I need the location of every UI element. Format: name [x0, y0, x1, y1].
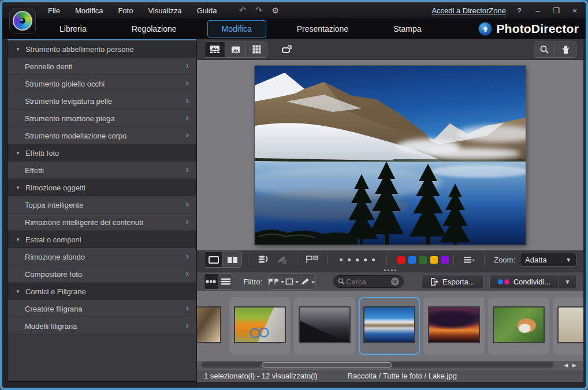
sidebar-tool-strumento-modellazione-corpo[interactable]: Strumento modellazione corpo› [8, 127, 196, 144]
menu-file[interactable]: File [40, 4, 68, 17]
zoom-level-dropdown[interactable]: Adatta ▼ [520, 253, 576, 267]
scrollbar-thumb[interactable] [262, 362, 392, 367]
sidebar-label: Cornici e Filigrane [25, 287, 86, 296]
redo-icon[interactable]: ↷ [251, 5, 267, 16]
filter-flags-dropdown[interactable] [269, 274, 285, 289]
thumbnail-card-lake[interactable] [359, 297, 420, 355]
export-button[interactable]: Esporta... [421, 274, 483, 289]
photo-lake[interactable] [255, 66, 526, 245]
directorzone-signin-link[interactable]: Accedi a DirectorZone [431, 6, 506, 15]
rating-dot[interactable] [372, 258, 375, 261]
thumbnail-card-stairs[interactable] [197, 297, 226, 355]
search-input[interactable] [345, 277, 391, 287]
export-label: Esporta... [442, 278, 475, 286]
grid-mode-button[interactable] [246, 42, 267, 57]
sidebar-tool-toppa-intelligente[interactable]: Toppa intelligente› [8, 196, 196, 213]
history-stack-icon[interactable] [254, 252, 273, 267]
thumbnail-image-stairs[interactable] [197, 306, 221, 343]
search-box: ✕ [333, 275, 404, 288]
list-mode-button[interactable] [218, 274, 232, 289]
sidebar-tool-modelli-filigrana[interactable]: Modelli filigrana› [8, 317, 196, 335]
rating-dot[interactable] [364, 258, 367, 261]
viewer-only-mode-button[interactable] [225, 42, 246, 57]
thumbnail-card-boat[interactable] [294, 297, 355, 355]
sidebar-tool-strumento-rimozione-piega[interactable]: Strumento rimozione piega› [8, 110, 196, 127]
menu-guida[interactable]: Guida [189, 4, 225, 17]
menu-modifica[interactable]: Modifica [68, 4, 110, 17]
tab-modifica[interactable]: Modifica [207, 20, 266, 38]
thumbnail-image-bicycle[interactable] [234, 306, 286, 343]
thumbnail-image-cat[interactable] [493, 306, 545, 343]
sidebar-tool-rimozione-sfondo[interactable]: Rimozione sfondo› [8, 248, 196, 265]
sidebar-label: Strumento levigatura pelle [25, 97, 112, 106]
color-label-swatch[interactable] [441, 256, 449, 264]
clear-search-icon[interactable]: ✕ [391, 278, 399, 286]
main-panel: Zoom: Adatta ▼ Filtr [197, 39, 583, 388]
viewer-filmstrip-mode-button[interactable] [204, 42, 225, 57]
share-dropdown-button[interactable]: ▼ [559, 274, 576, 289]
brand: PhotoDirector [478, 22, 586, 36]
filter-adjusted-dropdown[interactable] [300, 274, 315, 289]
sidebar-tool-compositore-foto[interactable]: Compositore foto› [8, 265, 196, 283]
undo-icon[interactable]: ↶ [234, 5, 251, 16]
thumbnail-mode-button[interactable] [204, 274, 218, 289]
rating-dot[interactable] [356, 258, 359, 261]
maximize-button[interactable]: ❒ [551, 6, 561, 15]
sidebar-section-effetti-foto[interactable]: ▼Effetti foto [8, 144, 196, 162]
color-label-swatch[interactable] [430, 256, 438, 264]
sidebar-section-rimozione-oggetti[interactable]: ▼Rimozione oggetti [8, 179, 196, 196]
thumbnail-image-boat[interactable] [299, 306, 351, 343]
sidebar-tool-creatore-filigrana[interactable]: Creatore filigrana› [8, 300, 196, 317]
filter-label-dropdown[interactable] [285, 274, 300, 289]
help-button[interactable]: ? [514, 6, 524, 15]
color-label-swatch[interactable] [419, 256, 427, 264]
sidebar-tool-strumento-gioiello-occhi[interactable]: Strumento gioiello occhi› [8, 75, 196, 92]
rating-dot[interactable] [340, 258, 343, 261]
chevron-right-icon: › [185, 112, 189, 122]
tab-libreria[interactable]: Libreria [45, 20, 101, 38]
sidebar-tool-effetti[interactable]: Effetti› [8, 162, 196, 179]
rating-dots[interactable] [340, 258, 375, 261]
rotate-photo-button[interactable] [277, 42, 297, 57]
sidebar-tool-pennello-denti[interactable]: Pennello denti› [8, 58, 196, 75]
zoom-tool-button[interactable] [534, 42, 555, 57]
color-label-swatch[interactable] [408, 256, 416, 264]
compare-view-button[interactable] [223, 252, 241, 267]
thumbnail-image-sunset[interactable] [428, 306, 480, 343]
thumbnail-card-edge[interactable] [553, 297, 583, 355]
sidebar-label: Compositore foto [25, 270, 82, 279]
sidebar-section-estrai-o-componi[interactable]: ▼Estrai o componi [8, 231, 196, 248]
scrollbar-track[interactable] [202, 362, 553, 367]
sidebar-section-cornici-e-filigrane[interactable]: ▼Cornici e Filigrane [8, 283, 196, 300]
sidebar-tool-rimozione-intelligente-dei-contenuti[interactable]: Rimozione intelligente dei contenuti› [8, 213, 196, 231]
collapse-triangle-icon: ▼ [16, 151, 20, 156]
single-view-button[interactable] [204, 252, 223, 267]
close-button[interactable]: × [570, 6, 580, 15]
settings-gear-icon[interactable]: ⚙ [267, 6, 284, 15]
sidebar-section-strumento-abbellimento-persone[interactable]: ▼Strumento abbellimento persone [8, 40, 196, 58]
thumbnail-image-lake[interactable] [363, 306, 415, 343]
color-label-swatch[interactable] [397, 256, 405, 264]
share-button[interactable]: Condividi... [489, 274, 559, 289]
pan-hand-button[interactable] [555, 42, 576, 57]
minimize-button[interactable]: – [533, 6, 543, 15]
tab-stampa[interactable]: Stampa [379, 20, 436, 38]
scroll-left-arrow[interactable]: ◀ [564, 361, 568, 369]
tab-regolazione[interactable]: Regolazione [117, 20, 191, 38]
chevron-right-icon: › [185, 61, 189, 70]
share-group: Condividi... ▼ [489, 274, 576, 289]
thumbnail-card-cat[interactable] [488, 297, 549, 355]
flag-reject-icon[interactable] [303, 252, 322, 267]
thumbnail-image-edge[interactable] [557, 306, 583, 343]
thumbnail-card-bicycle[interactable] [229, 297, 291, 355]
sidebar-tool-strumento-levigatura-pelle[interactable]: Strumento levigatura pelle› [8, 92, 196, 110]
collapse-triangle-icon: ▼ [16, 237, 20, 242]
menu-visualizza[interactable]: Visualizza [140, 4, 189, 17]
view-list-options-icon[interactable] [460, 252, 478, 267]
tab-presentazione[interactable]: Presentazione [282, 20, 363, 38]
menu-foto[interactable]: Foto [110, 4, 140, 17]
scroll-right-arrow[interactable]: ▶ [572, 361, 576, 369]
rating-dot[interactable] [348, 258, 351, 261]
thumbnail-card-sunset[interactable] [423, 297, 485, 355]
viewer-mode-group [204, 42, 267, 58]
